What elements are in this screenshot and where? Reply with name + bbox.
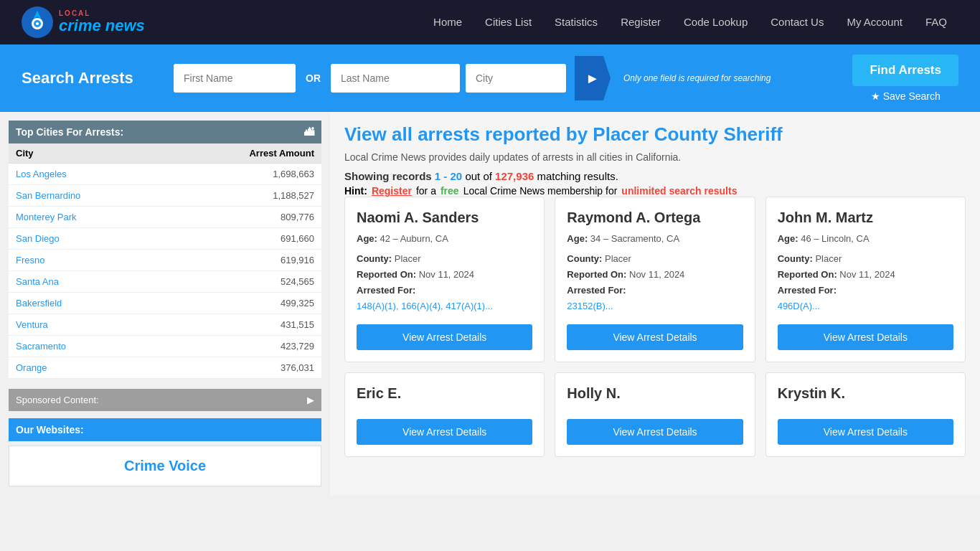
city-name[interactable]: Santa Ana [9, 271, 165, 293]
table-row: San Diego691,660 [9, 228, 321, 250]
hint-suffix: Local Crime News membership for [463, 185, 618, 197]
city-name[interactable]: Sacramento [9, 336, 165, 357]
save-search-link[interactable]: ★ Save Search [871, 90, 941, 102]
sponsored-label: Sponsored Content: [16, 395, 99, 405]
arrest-card: Holly N.View Arrest Details [555, 372, 755, 457]
unlimited-label: unlimited search results [621, 185, 737, 197]
nav-statistics[interactable]: Statistics [543, 0, 609, 44]
arrest-age: Age: 46 – Lincoln, CA [778, 233, 953, 244]
arrest-code-link[interactable]: 23152(B)... [567, 301, 613, 311]
our-websites-bar: Our Websites: [9, 418, 321, 441]
city-count: 431,515 [165, 314, 321, 336]
results-total: 127,936 [495, 170, 534, 182]
sponsored-bar: Sponsored Content: ▶ [9, 389, 321, 411]
search-hint: Only one field is required for searching [623, 73, 771, 83]
logo-icon [22, 6, 53, 38]
arrest-name: Raymond A. Ortega [567, 209, 743, 226]
col-arrests: Arrest Amount [165, 143, 321, 164]
matching-label: matching results. [537, 170, 618, 182]
arrest-details: County: PlacerReported On: Nov 11, 2024A… [357, 251, 532, 314]
logo[interactable]: LOCAL crime news [22, 6, 145, 38]
find-arrests-area: Find Arrests ★ Save Search [852, 55, 958, 102]
arrest-card: Eric E.View Arrest Details [344, 372, 545, 457]
arrest-card: Krystin K.View Arrest Details [765, 372, 966, 457]
first-name-input[interactable] [174, 64, 296, 93]
view-arrest-details-button[interactable]: View Arrest Details [567, 324, 743, 350]
view-arrest-details-button[interactable]: View Arrest Details [357, 324, 532, 350]
table-row: Monterey Park809,776 [9, 207, 321, 228]
col-city: City [9, 143, 165, 164]
city-name[interactable]: Los Angeles [9, 164, 165, 185]
last-name-input[interactable] [331, 64, 460, 93]
city-input[interactable] [466, 64, 566, 93]
sidebar: Top Cities For Arrests: 🏙 City Arrest Am… [0, 112, 330, 495]
view-arrest-details-button[interactable]: View Arrest Details [778, 324, 953, 350]
cards-row-2: Eric E.View Arrest DetailsHolly N.View A… [344, 372, 966, 457]
nav-cities-list[interactable]: Cities List [473, 0, 543, 44]
crime-voice-label: Crime Voice [124, 458, 206, 474]
city-name[interactable]: Orange [9, 357, 165, 379]
city-name[interactable]: Bakersfield [9, 293, 165, 314]
city-name[interactable]: San Bernardino [9, 185, 165, 207]
city-name[interactable]: San Diego [9, 228, 165, 250]
view-arrest-details-button[interactable]: View Arrest Details [567, 419, 743, 445]
nav-faq[interactable]: FAQ [914, 0, 958, 44]
table-row: Sacramento423,729 [9, 336, 321, 357]
city-name[interactable]: Ventura [9, 314, 165, 336]
register-link[interactable]: Register [372, 185, 412, 197]
city-count: 524,565 [165, 271, 321, 293]
nav-contact-us[interactable]: Contact Us [759, 0, 835, 44]
top-cities-label: Top Cities For Arrests: [16, 126, 123, 138]
arrest-name: Krystin K. [778, 385, 953, 402]
city-chevron: ► [575, 56, 611, 100]
table-row: Orange376,031 [9, 357, 321, 379]
our-websites-label: Our Websites: [16, 424, 84, 435]
arrest-name: Eric E. [357, 385, 532, 402]
table-row: San Bernardino1,188,527 [9, 185, 321, 207]
out-of-label: out of [465, 170, 492, 182]
nav-my-account[interactable]: My Account [835, 0, 914, 44]
cards-row-1: Naomi A. SandersAge: 42 – Auburn, CACoun… [344, 197, 966, 362]
logo-text-area: LOCAL crime news [59, 9, 145, 34]
arrest-code-link[interactable]: 148(A)(1), 166(A)(4), 417(A)(1)... [357, 301, 493, 311]
results-range: 1 - 20 [435, 170, 462, 182]
page-subtext: Local Crime News provides daily updates … [344, 151, 966, 163]
arrest-card: John M. MartzAge: 46 – Lincoln, CACounty… [765, 197, 966, 362]
crime-voice-box: Crime Voice [9, 446, 321, 486]
arrest-code-link[interactable]: 496D(A)... [778, 301, 820, 311]
arrest-card: Raymond A. OrtegaAge: 34 – Sacramento, C… [555, 197, 755, 362]
city-count: 691,660 [165, 228, 321, 250]
arrest-details: County: PlacerReported On: Nov 11, 2024A… [567, 251, 743, 314]
arrest-name: Holly N. [567, 385, 743, 402]
find-arrests-button[interactable]: Find Arrests [852, 55, 958, 86]
table-row: Santa Ana524,565 [9, 271, 321, 293]
city-count: 376,031 [165, 357, 321, 379]
table-row: Bakersfield499,325 [9, 293, 321, 314]
city-count: 423,729 [165, 336, 321, 357]
search-bar: Search Arrests OR ► Only one field is re… [0, 44, 980, 112]
arrest-age: Age: 42 – Auburn, CA [357, 233, 532, 244]
arrest-details: County: PlacerReported On: Nov 11, 2024A… [778, 251, 953, 314]
play-icon: ▶ [307, 395, 314, 405]
city-count: 619,916 [165, 250, 321, 271]
city-name[interactable]: Monterey Park [9, 207, 165, 228]
nav-links: Home Cities List Statistics Register Cod… [422, 0, 958, 44]
arrest-name: Naomi A. Sanders [357, 209, 532, 226]
free-label: free [440, 185, 459, 197]
view-arrest-details-button[interactable]: View Arrest Details [778, 419, 953, 445]
arrest-card: Naomi A. SandersAge: 42 – Auburn, CACoun… [344, 197, 545, 362]
cities-table: City Arrest Amount Los Angeles1,698,663S… [9, 143, 321, 379]
view-arrest-details-button[interactable]: View Arrest Details [357, 419, 532, 445]
page-heading: View all arrests reported by Placer Coun… [344, 123, 966, 146]
table-row: Ventura431,515 [9, 314, 321, 336]
logo-name: crime news [59, 17, 145, 34]
table-row: Los Angeles1,698,663 [9, 164, 321, 185]
nav-register[interactable]: Register [609, 0, 672, 44]
nav-home[interactable]: Home [422, 0, 473, 44]
navbar: LOCAL crime news Home Cities List Statis… [0, 0, 980, 44]
arrest-name: John M. Martz [778, 209, 953, 226]
city-name[interactable]: Fresno [9, 250, 165, 271]
search-inputs: OR ► Only one field is required for sear… [174, 56, 844, 100]
nav-code-lookup[interactable]: Code Lookup [672, 0, 759, 44]
showing-label: Showing records [344, 170, 432, 182]
